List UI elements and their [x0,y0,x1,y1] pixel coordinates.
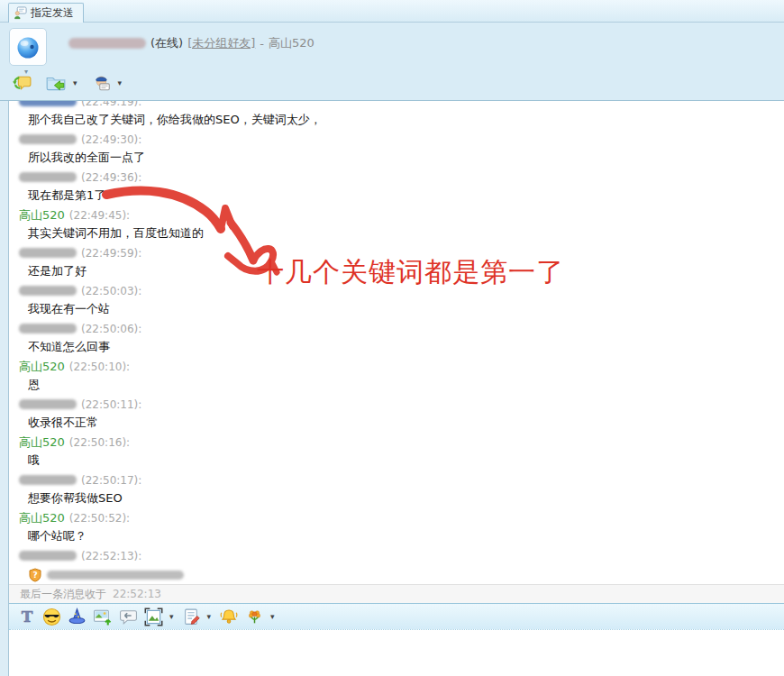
message-entry: (22:50:11):收录很不正常 [9,395,784,432]
message-text: 哪个站呢？ [9,527,784,545]
blurred-link[interactable] [47,571,184,580]
message-entry: 高山520(22:50:10):恩 [9,357,784,394]
file-transfer-icon[interactable] [45,73,67,93]
sender-name-blurred [19,101,77,106]
dropdown-arrow-icon[interactable]: ▾ [169,612,174,621]
chat-header: ▾ (在线) [未分组好友] - 高山520 ▾▾ [0,23,784,101]
emoticon-icon[interactable] [42,607,61,626]
sender-name: 高山520 [19,359,65,375]
peer-name-blurred [68,38,146,49]
message-time: (22:49:59): [81,247,141,260]
tab-specified-send[interactable]: 指定发送 [8,3,84,23]
avatar[interactable]: ▾ [9,28,47,66]
message-header: (22:49:19): [9,101,784,111]
screenshot-icon[interactable] [144,607,163,626]
chat-main: (22:49:19):那个我自己改了关键词，你给我做的SEO，关键词太少，(22… [8,101,784,676]
message-header: (22:50:06): [9,319,784,338]
group-link[interactable]: [未分组好友] [187,35,255,51]
message-header: 高山520(22:49:45): [9,206,784,224]
message-time: (22:50:16): [69,436,130,449]
sender-name-blurred [19,324,77,333]
message-text: 哦 [9,452,784,470]
message-time: (22:50:03): [81,285,141,297]
screenshot-button[interactable]: ▾ [144,607,176,626]
send-image-icon[interactable] [93,607,113,626]
gift-button[interactable]: ▾ [245,607,277,626]
report-button[interactable]: ▾ [92,73,124,93]
message-text: 想要你帮我做SEO [9,489,784,507]
message-text: ? [9,565,784,583]
message-time: (22:49:30): [81,133,141,146]
sender-name: 高山520 [19,434,65,451]
status-time: 22:52:13 [113,588,161,600]
dropdown-arrow-icon[interactable]: ▾ [270,612,275,621]
message-time: (22:50:17): [81,474,141,487]
message-entry: (22:50:03):我现在有一个站 [9,281,784,318]
message-history[interactable]: (22:49:19):那个我自己改了关键词，你给我做的SEO，关键词太少，(22… [9,101,784,584]
message-header: (22:52:13): [9,546,784,565]
message-entry: (22:49:59):还是加了好 [9,243,784,280]
sender-name: 高山520 [19,207,65,224]
message-entry: 高山520(22:49:45):其实关键词不用加，百度也知道的 [9,206,784,242]
compose-toolbar: T▾▾▾ [9,603,784,629]
message-header: 高山520(22:50:52): [9,508,784,527]
message-time: (22:50:11): [81,398,141,411]
message-entry: (22:52:13):? [9,546,784,583]
message-record-icon[interactable] [12,73,32,93]
tab-label: 指定发送 [31,5,74,21]
status-bar: 最后一条消息收于 22:52:13 [9,584,784,603]
message-text: 不知道怎么回事 [9,338,784,356]
message-entry: 高山520(22:50:16):哦 [9,433,784,470]
svg-text:?: ? [32,571,37,580]
status-label: 最后一条消息收于 [20,587,106,602]
message-text: 那个我自己改了关键词，你给我做的SEO，关键词太少， [9,111,784,129]
sender-name-blurred [19,134,77,144]
quote-message-button[interactable] [119,607,138,626]
font-button[interactable]: T [18,607,36,626]
message-record-button[interactable] [12,73,32,93]
report-icon[interactable] [92,73,112,93]
message-time: (22:50:52): [69,512,130,525]
message-template-button[interactable]: ▾ [182,607,214,626]
font-icon[interactable]: T [18,607,36,626]
dropdown-arrow-icon[interactable]: ▾ [118,78,123,87]
message-time: (22:49:36): [81,171,141,184]
magic-emoticon-icon[interactable] [68,607,87,626]
message-header: 高山520(22:50:10): [9,357,784,376]
emoticon-button[interactable] [42,607,61,626]
dropdown-arrow-icon[interactable]: ▾ [207,612,212,621]
message-time: (22:49:19): [81,101,141,108]
message-template-icon[interactable] [182,607,201,626]
sender-name-blurred [19,475,77,485]
nudge-icon[interactable] [219,607,239,626]
message-entry: (22:49:30):所以我改的全面一点了 [9,130,784,167]
message-entry: (22:49:36):现在都是第1了 [9,168,784,205]
file-transfer-button[interactable]: ▾ [45,73,79,93]
titlebar: (在线) [未分组好友] - 高山520 [68,35,315,51]
sender-name-blurred [19,551,77,561]
message-text: 还是加了好 [9,262,784,280]
message-header: (22:49:30): [9,130,784,149]
message-header: (22:50:17): [9,470,784,489]
quote-message-icon[interactable] [119,607,138,626]
message-entry: 高山520(22:50:52):哪个站呢？ [9,508,784,545]
sender-name-blurred [19,248,77,258]
message-time: (22:52:13): [81,550,141,562]
message-time: (22:49:45): [69,209,130,222]
nudge-button[interactable] [219,607,239,626]
message-text: 收录很不正常 [9,414,784,432]
send-image-button[interactable] [93,607,113,626]
sender-name-blurred [19,286,77,296]
dash-separator: - [260,37,264,50]
sender-name: 高山520 [19,510,65,526]
gift-icon[interactable] [245,607,264,626]
sender-name-blurred [19,172,77,182]
online-status: (在线) [150,35,183,51]
message-input[interactable] [9,629,784,676]
dropdown-arrow-icon[interactable]: ▾ [73,78,77,87]
svg-text:T: T [22,607,33,626]
tab-bar: 指定发送 [0,0,784,23]
message-text: 所以我改的全面一点了 [9,149,784,167]
message-entry: (22:50:06):不知道怎么回事 [9,319,784,356]
magic-emoticon-button[interactable] [68,607,87,626]
